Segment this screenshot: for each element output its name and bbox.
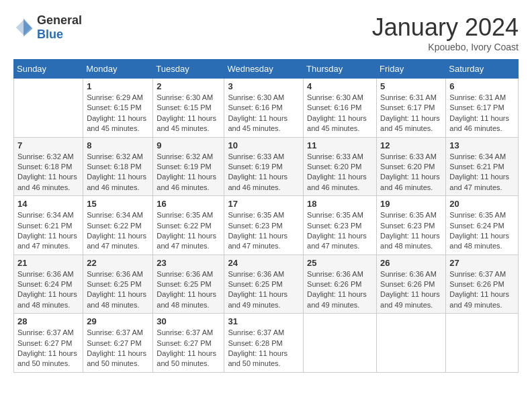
cell-content: Sunrise: 6:36 AMSunset: 6:25 PMDaylight:… bbox=[157, 269, 220, 311]
calendar-cell: 30Sunrise: 6:37 AMSunset: 6:27 PMDayligh… bbox=[153, 314, 224, 373]
cell-content: Sunrise: 6:33 AMSunset: 6:20 PMDaylight:… bbox=[380, 152, 442, 193]
page-header: General Blue January 2024 Kpouebo, Ivory… bbox=[13, 13, 519, 52]
month-title: January 2024 bbox=[372, 13, 519, 42]
day-number: 2 bbox=[157, 81, 220, 91]
cell-content: Sunrise: 6:36 AMSunset: 6:24 PMDaylight:… bbox=[17, 269, 79, 311]
cell-content: Sunrise: 6:35 AMSunset: 6:23 PMDaylight:… bbox=[307, 210, 373, 252]
cell-line: Sunset: 6:25 PM bbox=[87, 280, 141, 288]
cell-content: Sunrise: 6:34 AMSunset: 6:21 PMDaylight:… bbox=[449, 152, 515, 193]
day-number: 18 bbox=[307, 199, 373, 209]
day-number: 4 bbox=[307, 81, 373, 91]
calendar-cell: 27Sunrise: 6:37 AMSunset: 6:26 PMDayligh… bbox=[446, 255, 519, 314]
calendar-cell: 23Sunrise: 6:36 AMSunset: 6:25 PMDayligh… bbox=[153, 255, 224, 314]
calendar-cell bbox=[446, 314, 519, 373]
cell-line: Sunrise: 6:37 AM bbox=[157, 328, 213, 336]
cell-line: Sunrise: 6:36 AM bbox=[17, 270, 74, 278]
cell-line: Sunset: 6:24 PM bbox=[17, 280, 72, 288]
cell-line: Sunrise: 6:33 AM bbox=[307, 152, 363, 161]
calendar-cell: 5Sunrise: 6:31 AMSunset: 6:17 PMDaylight… bbox=[377, 79, 446, 138]
cell-content: Sunrise: 6:35 AMSunset: 6:23 PMDaylight:… bbox=[228, 210, 300, 252]
cell-line: Sunset: 6:23 PM bbox=[307, 222, 361, 230]
cell-line: Daylight: 11 hours and 48 minutes. bbox=[87, 290, 146, 308]
day-number: 17 bbox=[228, 199, 300, 209]
day-header-wednesday: Wednesday bbox=[224, 60, 304, 79]
cell-line: Daylight: 11 hours and 49 minutes. bbox=[380, 290, 440, 308]
calendar-cell: 17Sunrise: 6:35 AMSunset: 6:23 PMDayligh… bbox=[224, 196, 304, 255]
cell-line: Sunrise: 6:30 AM bbox=[228, 93, 284, 101]
cell-line: Daylight: 11 hours and 50 minutes. bbox=[157, 349, 216, 367]
calendar-week-3: 14Sunrise: 6:34 AMSunset: 6:21 PMDayligh… bbox=[14, 196, 519, 255]
cell-line: Daylight: 11 hours and 47 minutes. bbox=[157, 232, 216, 250]
day-number: 10 bbox=[228, 140, 300, 150]
cell-line: Daylight: 11 hours and 50 minutes. bbox=[228, 349, 287, 367]
cell-line: Sunset: 6:15 PM bbox=[87, 103, 141, 111]
cell-line: Daylight: 11 hours and 49 minutes. bbox=[307, 290, 367, 308]
logo: General Blue bbox=[13, 13, 82, 42]
cell-line: Sunset: 6:26 PM bbox=[380, 280, 435, 288]
cell-line: Sunrise: 6:37 AM bbox=[228, 328, 284, 336]
cell-line: Daylight: 11 hours and 47 minutes. bbox=[449, 173, 509, 191]
cell-line: Sunset: 6:22 PM bbox=[87, 222, 141, 230]
cell-line: Sunrise: 6:35 AM bbox=[449, 211, 506, 219]
calendar-week-2: 7Sunrise: 6:32 AMSunset: 6:18 PMDaylight… bbox=[14, 137, 519, 196]
calendar-cell: 16Sunrise: 6:35 AMSunset: 6:22 PMDayligh… bbox=[153, 196, 224, 255]
calendar-cell: 14Sunrise: 6:34 AMSunset: 6:21 PMDayligh… bbox=[14, 196, 83, 255]
calendar-week-5: 28Sunrise: 6:37 AMSunset: 6:27 PMDayligh… bbox=[14, 314, 519, 373]
day-number: 1 bbox=[87, 81, 149, 91]
calendar-cell: 1Sunrise: 6:29 AMSunset: 6:15 PMDaylight… bbox=[83, 79, 153, 138]
day-header-tuesday: Tuesday bbox=[153, 60, 224, 79]
calendar-cell: 3Sunrise: 6:30 AMSunset: 6:16 PMDaylight… bbox=[224, 79, 304, 138]
day-number: 22 bbox=[87, 258, 149, 268]
day-header-saturday: Saturday bbox=[446, 60, 519, 79]
cell-line: Sunset: 6:24 PM bbox=[449, 222, 504, 230]
calendar-cell: 2Sunrise: 6:30 AMSunset: 6:15 PMDaylight… bbox=[153, 79, 224, 138]
calendar-cell: 22Sunrise: 6:36 AMSunset: 6:25 PMDayligh… bbox=[83, 255, 153, 314]
header-row: SundayMondayTuesdayWednesdayThursdayFrid… bbox=[14, 60, 519, 79]
calendar-table: SundayMondayTuesdayWednesdayThursdayFrid… bbox=[13, 59, 519, 373]
cell-line: Sunrise: 6:36 AM bbox=[87, 270, 143, 278]
cell-line: Daylight: 11 hours and 46 minutes. bbox=[449, 114, 509, 132]
cell-content: Sunrise: 6:35 AMSunset: 6:24 PMDaylight:… bbox=[449, 210, 515, 252]
day-number: 13 bbox=[449, 140, 515, 150]
cell-content: Sunrise: 6:31 AMSunset: 6:17 PMDaylight:… bbox=[449, 93, 515, 134]
cell-line: Sunrise: 6:37 AM bbox=[87, 328, 143, 336]
cell-content: Sunrise: 6:29 AMSunset: 6:15 PMDaylight:… bbox=[87, 93, 149, 134]
logo-icon bbox=[13, 17, 34, 38]
cell-line: Sunrise: 6:36 AM bbox=[307, 270, 363, 278]
cell-line: Daylight: 11 hours and 47 minutes. bbox=[17, 232, 77, 250]
cell-line: Sunset: 6:20 PM bbox=[380, 163, 435, 171]
cell-line: Sunrise: 6:32 AM bbox=[17, 152, 74, 161]
cell-line: Daylight: 11 hours and 47 minutes. bbox=[307, 232, 367, 250]
day-number: 28 bbox=[17, 316, 79, 326]
day-header-friday: Friday bbox=[377, 60, 446, 79]
cell-line: Sunset: 6:27 PM bbox=[157, 339, 211, 347]
cell-line: Daylight: 11 hours and 45 minutes. bbox=[228, 114, 287, 132]
cell-line: Sunset: 6:18 PM bbox=[87, 163, 141, 171]
cell-content: Sunrise: 6:33 AMSunset: 6:19 PMDaylight:… bbox=[228, 152, 300, 193]
cell-content: Sunrise: 6:30 AMSunset: 6:16 PMDaylight:… bbox=[307, 93, 373, 134]
day-number: 25 bbox=[307, 258, 373, 268]
cell-line: Daylight: 11 hours and 46 minutes. bbox=[307, 173, 367, 191]
cell-line: Sunset: 6:27 PM bbox=[17, 339, 72, 347]
cell-content: Sunrise: 6:37 AMSunset: 6:27 PMDaylight:… bbox=[17, 328, 79, 369]
cell-line: Sunrise: 6:36 AM bbox=[228, 270, 284, 278]
cell-line: Sunrise: 6:33 AM bbox=[380, 152, 437, 161]
calendar-cell: 19Sunrise: 6:35 AMSunset: 6:23 PMDayligh… bbox=[377, 196, 446, 255]
day-number: 5 bbox=[380, 81, 442, 91]
logo-general: General bbox=[37, 13, 82, 28]
calendar-cell: 25Sunrise: 6:36 AMSunset: 6:26 PMDayligh… bbox=[304, 255, 377, 314]
calendar-cell: 28Sunrise: 6:37 AMSunset: 6:27 PMDayligh… bbox=[14, 314, 83, 373]
cell-content: Sunrise: 6:35 AMSunset: 6:22 PMDaylight:… bbox=[157, 210, 220, 252]
location-subtitle: Kpouebo, Ivory Coast bbox=[372, 42, 519, 52]
cell-line: Sunset: 6:26 PM bbox=[307, 280, 361, 288]
day-header-monday: Monday bbox=[83, 60, 153, 79]
day-number: 8 bbox=[87, 140, 149, 150]
svg-marker-1 bbox=[24, 19, 33, 37]
cell-line: Sunset: 6:27 PM bbox=[87, 339, 141, 347]
cell-content: Sunrise: 6:34 AMSunset: 6:21 PMDaylight:… bbox=[17, 210, 79, 252]
cell-line: Daylight: 11 hours and 46 minutes. bbox=[380, 173, 440, 191]
cell-line: Sunset: 6:16 PM bbox=[307, 103, 361, 111]
cell-line: Sunrise: 6:34 AM bbox=[449, 152, 506, 161]
cell-content: Sunrise: 6:32 AMSunset: 6:18 PMDaylight:… bbox=[87, 152, 149, 193]
cell-line: Sunset: 6:21 PM bbox=[449, 163, 504, 171]
